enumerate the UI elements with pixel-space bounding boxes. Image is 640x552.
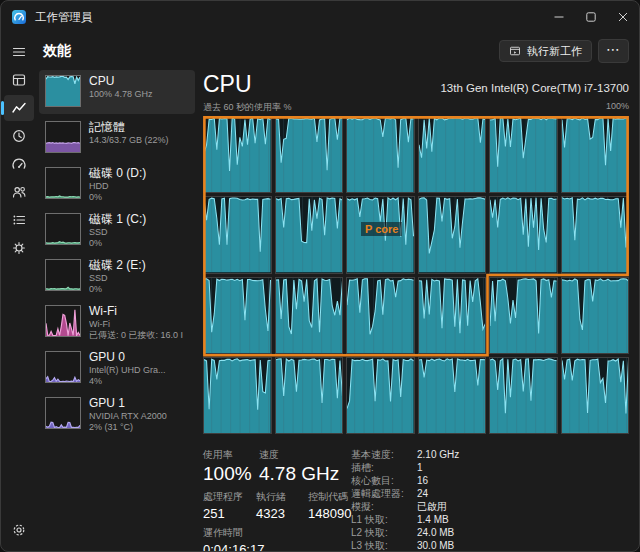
core-graph-grid: P core [203,116,629,434]
sidebar-item-title: 磁碟 1 (C:) [89,213,146,227]
cpu-panel: CPU 13th Gen Intel(R) Core(TM) i7-13700 … [197,69,639,551]
cpu-core-graph-3 [418,116,487,193]
cpu-thumbnail-graph [45,75,81,107]
detail-label: 模擬: [351,502,417,513]
sidebar-item-subtext: SSD [89,227,146,239]
nav-processes[interactable] [4,67,34,93]
detail-value: 2.10 GHz [417,450,459,461]
cpu-core-graph-18 [203,357,272,434]
sidebar-item-subtext: 0% [89,192,146,204]
sidebar-item-subtext: Wi-Fi [89,319,183,331]
cpu-core-graph-9 [418,196,487,273]
close-icon [618,12,628,22]
window-title: 工作管理員 [35,10,93,25]
sidebar-item-subtext: 100% 4.78 GHz [89,89,153,101]
app-history-icon [11,128,27,144]
cpu-core-graph-17 [561,277,630,354]
cpu-core-graph-11 [561,196,630,273]
cpu-core-graph-7 [275,196,344,273]
nav-services[interactable] [4,235,34,261]
sidebar-item--[interactable]: 記憶體14.3/63.7 GB (22%) [39,116,195,160]
task-manager-app-icon [11,9,27,25]
nav-details[interactable] [4,207,34,233]
cpu-heading: CPU [203,71,252,98]
run-new-task-icon [509,45,521,57]
sidebar-item-title: 記憶體 [89,121,169,135]
startup-apps-icon [11,156,27,172]
cpu-core-graph-14 [346,277,415,354]
sidebar-item-gpu-1[interactable]: GPU 1NVIDIA RTX A20002% (31 °C) [39,392,195,436]
minimize-button[interactable] [543,1,575,33]
sidebar-item-title: GPU 0 [89,351,166,365]
wifi-thumbnail-graph [45,305,81,337]
cpu-core-graph-22 [489,357,558,434]
nav-rail [1,33,37,551]
stat-utilization: 使用率 100% [203,448,252,485]
cpu-core-graph-5 [561,116,630,193]
menu-button[interactable] [4,39,34,65]
nav-settings[interactable] [4,517,34,543]
minimize-icon [554,12,564,22]
task-manager-window: 工作管理員 [0,0,640,552]
titlebar: 工作管理員 [1,1,639,33]
stat-threads: 執行緒 4323 [256,490,286,521]
gear-icon [11,522,27,538]
more-options-button[interactable]: ⋯ [598,39,629,63]
performance-sidebar: CPU100% 4.78 GHz記憶體14.3/63.7 GB (22%)磁碟 … [37,69,197,551]
stat-speed: 速度 4.78 GHz [259,448,339,485]
sidebar-item-subtext: 4% [89,376,166,388]
cpu-core-graph-8 [346,196,415,273]
graph-max-label: 100% [606,101,629,114]
cpu-stats: 使用率 100% 速度 4.78 GHz 處理程序 251 執行緒 [203,448,629,550]
page-header: 效能 執行新工作 ⋯ [37,33,639,69]
sidebar-item-gpu-0[interactable]: GPU 0Intel(R) UHD Gra...4% [39,346,195,390]
cpu-core-graph-6 [203,196,272,273]
close-button[interactable] [607,1,639,33]
cpu-core-graph-20 [346,357,415,434]
gpu-thumbnail-graph [45,351,81,383]
cpu-core-graph-4 [489,116,558,193]
gpu-thumbnail-graph [45,397,81,429]
sidebar-item--2-e-[interactable]: 磁碟 2 (E:)SSD0% [39,254,195,298]
cpu-core-graph-12 [203,277,272,354]
window-controls [543,1,639,33]
detail-value: 16 [417,476,459,487]
run-new-task-button[interactable]: 執行新工作 [499,40,592,62]
memory-thumbnail-graph [45,121,81,153]
detail-label: 核心數目: [351,476,417,487]
run-new-task-label: 執行新工作 [527,46,582,57]
sidebar-item-subtext: 14.3/63.7 GB (22%) [89,135,169,147]
stat-uptime: 運作時間 0:04:16:17 [203,526,264,552]
graph-time-label: 過去 60 秒的使用率 % [203,101,292,114]
nav-startup-apps[interactable] [4,151,34,177]
maximize-button[interactable] [575,1,607,33]
cpu-core-graph-15 [418,277,487,354]
nav-performance[interactable] [4,95,34,121]
detail-label: L3 快取: [351,541,417,552]
sidebar-item-subtext: NVIDIA RTX A2000 [89,411,167,423]
hamburger-icon [11,44,27,60]
detail-label: 邏輯處理器: [351,489,417,500]
services-icon [11,240,27,256]
sidebar-item-wi-fi[interactable]: Wi-FiWi-Fi已傳送: 0 已接收: 16.0 I [39,300,195,344]
sidebar-item-cpu[interactable]: CPU100% 4.78 GHz [39,70,195,114]
sidebar-item--0-d-[interactable]: 磁碟 0 (D:)HDD0% [39,162,195,206]
detail-value: 30.0 MB [417,541,459,552]
sidebar-item-title: 磁碟 2 (E:) [89,259,146,273]
cpu-core-graph-16 [489,277,558,354]
nav-users[interactable] [4,179,34,205]
sidebar-item--1-c-[interactable]: 磁碟 1 (C:)SSD0% [39,208,195,252]
detail-value: 24.0 MB [417,528,459,539]
sidebar-item-title: Wi-Fi [89,305,183,319]
cpu-core-graph-2 [346,116,415,193]
disk-thumbnail-graph [45,167,81,199]
sidebar-item-subtext: Intel(R) UHD Gra... [89,365,166,377]
cpu-model-name: 13th Gen Intel(R) Core(TM) i7-13700 [440,82,629,94]
disk-thumbnail-graph [45,213,81,245]
performance-icon [11,100,27,116]
cpu-core-graph-0 [203,116,272,193]
nav-app-history[interactable] [4,123,34,149]
cpu-core-graph-10 [489,196,558,273]
sidebar-item-subtext: 0% [89,238,146,250]
cpu-spec-details: 基本速度:2.10 GHz插槽:1核心數目:16邏輯處理器:24模擬:已啟用L1… [351,450,459,552]
